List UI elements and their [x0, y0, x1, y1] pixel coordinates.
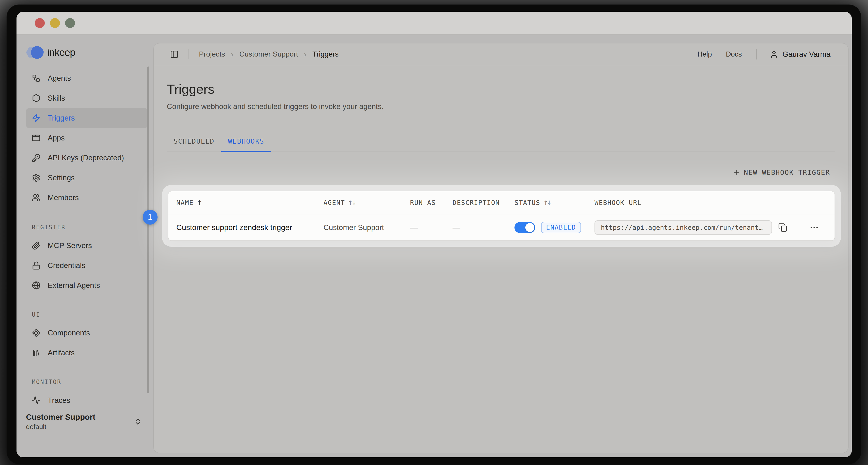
triggers-table-card: NAME ↑ AGENT ↑↓ RUN AS [168, 191, 835, 241]
workflow-icon [32, 74, 40, 83]
close-button[interactable] [35, 18, 45, 28]
project-name: Customer Support [26, 412, 95, 422]
column-header-name[interactable]: NAME ↑ [176, 199, 323, 207]
sidebar-item-label: External Agents [48, 281, 100, 290]
sidebar-item-label: Components [48, 329, 90, 337]
copy-button[interactable] [778, 223, 787, 232]
sidebar-item-api-keys[interactable]: API Keys (Deprecated) [26, 148, 148, 168]
sidebar-item-label: Settings [48, 173, 74, 182]
sidebar-item-credentials[interactable]: Credentials [26, 256, 148, 275]
tab-scheduled[interactable]: SCHEDULED [167, 130, 221, 152]
sidebar-item-settings[interactable]: Settings [26, 168, 148, 188]
chevron-right-icon: › [231, 50, 234, 59]
column-header-agent[interactable]: AGENT ↑↓ [323, 199, 410, 206]
zap-icon [32, 114, 40, 122]
sidebar-item-label: Traces [48, 396, 70, 405]
row-actions-button[interactable] [809, 223, 819, 233]
column-header-webhook-url: WEBHOOK URL [594, 199, 828, 206]
sidebar-item-label: Agents [48, 74, 71, 83]
logo-text: inkeep [47, 47, 75, 58]
sort-asc-icon: ↑ [197, 199, 203, 207]
user-name: Gaurav Varma [782, 50, 831, 59]
breadcrumb-triggers: Triggers [312, 50, 339, 58]
table-row[interactable]: Customer support zendesk trigger Custome… [168, 214, 835, 240]
column-header-description: DESCRIPTION [453, 199, 515, 206]
sidebar-item-agents[interactable]: Agents [26, 68, 148, 88]
header-divider [188, 49, 189, 59]
sidebar-item-label: Credentials [48, 261, 86, 270]
key-icon [32, 153, 40, 162]
tab-webhooks[interactable]: WEBHOOKS [221, 130, 271, 152]
window-frame: inkeep Agents Skills Trig [6, 4, 861, 464]
help-link[interactable]: Help [698, 50, 712, 58]
sidebar-item-components[interactable]: Components [26, 323, 148, 343]
sidebar-item-mcp-servers[interactable]: MCP Servers [26, 236, 148, 256]
backdrop: inkeep Agents Skills Trig [0, 0, 868, 465]
column-header-run-as: RUN AS [410, 199, 453, 206]
sidebar-scrollbar[interactable] [147, 66, 149, 393]
hexagon-icon [32, 94, 40, 103]
page-content: Triggers Configure webhook and scheduled… [154, 65, 848, 453]
breadcrumb-customer-support[interactable]: Customer Support [239, 50, 298, 58]
section-label-ui: UI [26, 311, 153, 318]
plus-icon [733, 169, 740, 176]
sidebar-item-label: Apps [48, 134, 65, 142]
user-menu[interactable]: Gaurav Varma [770, 50, 831, 59]
titlebar [17, 12, 852, 35]
activity-icon [32, 396, 40, 405]
docs-link[interactable]: Docs [726, 50, 742, 58]
project-environment: default [26, 423, 95, 431]
sidebar-item-skills[interactable]: Skills [26, 88, 148, 108]
inkeep-logo-icon [26, 46, 43, 59]
trigger-name: Customer support zendesk trigger [176, 223, 323, 232]
main-panel: Projects › Customer Support › Triggers H… [153, 43, 848, 453]
header-divider [756, 49, 757, 59]
status-toggle[interactable] [515, 222, 535, 233]
zoom-button[interactable] [65, 18, 75, 28]
project-switcher[interactable]: Customer Support default [26, 412, 142, 431]
new-webhook-trigger-button[interactable]: NEW WEBHOOK TRIGGER [728, 165, 835, 180]
sidebar-item-apps[interactable]: Apps [26, 128, 148, 148]
gear-icon [32, 173, 40, 182]
sidebar-item-artifacts[interactable]: Artifacts [26, 343, 148, 363]
sort-icon: ↑↓ [544, 200, 552, 206]
panel-left-icon[interactable] [170, 50, 179, 59]
breadcrumb-projects[interactable]: Projects [199, 50, 225, 58]
app-window: inkeep Agents Skills Trig [17, 12, 852, 457]
sidebar-item-label: MCP Servers [48, 241, 92, 250]
sidebar-item-traces[interactable]: Traces [26, 390, 148, 410]
sidebar-item-triggers[interactable]: Triggers [26, 108, 148, 128]
panel-header: Projects › Customer Support › Triggers H… [154, 43, 848, 65]
lock-icon [32, 261, 40, 270]
tab-bar: SCHEDULED WEBHOOKS [167, 130, 835, 152]
library-icon [32, 349, 40, 357]
new-webhook-trigger-label: NEW WEBHOOK TRIGGER [744, 169, 830, 176]
status-badge: ENABLED [541, 222, 581, 233]
page-subtitle: Configure webhook and scheduled triggers… [167, 102, 835, 111]
sidebar-item-label: API Keys (Deprecated) [48, 153, 124, 162]
page-title: Triggers [167, 82, 835, 96]
app-body: inkeep Agents Skills Trig [17, 35, 852, 457]
sidebar-item-label: Triggers [48, 114, 75, 122]
section-label-register: REGISTER [26, 224, 153, 231]
sidebar-item-label: Skills [48, 94, 65, 103]
sidebar-item-external-agents[interactable]: External Agents [26, 275, 148, 295]
users-icon [32, 193, 40, 202]
user-icon [770, 50, 778, 58]
sidebar-item-members[interactable]: Members [26, 188, 148, 208]
logo: inkeep [26, 47, 153, 58]
mcp-icon [32, 241, 40, 250]
column-header-status[interactable]: STATUS ↑↓ [515, 199, 594, 206]
webhook-url-field[interactable]: https://api.agents.inkeep.com/run/tenant… [594, 220, 772, 235]
trigger-run-as: — [410, 223, 453, 232]
component-icon [32, 329, 40, 337]
minimize-button[interactable] [50, 18, 60, 28]
sidebar: inkeep Agents Skills Trig [17, 35, 153, 457]
annotation-badge-1: 1 [143, 210, 158, 225]
sort-icon: ↑↓ [348, 200, 356, 206]
toolbar: NEW WEBHOOK TRIGGER [167, 165, 835, 180]
chevron-right-icon: › [304, 50, 307, 59]
trigger-description: — [453, 223, 515, 232]
table-header-row: NAME ↑ AGENT ↑↓ RUN AS [168, 191, 835, 214]
breadcrumb: Projects › Customer Support › Triggers [199, 50, 339, 59]
